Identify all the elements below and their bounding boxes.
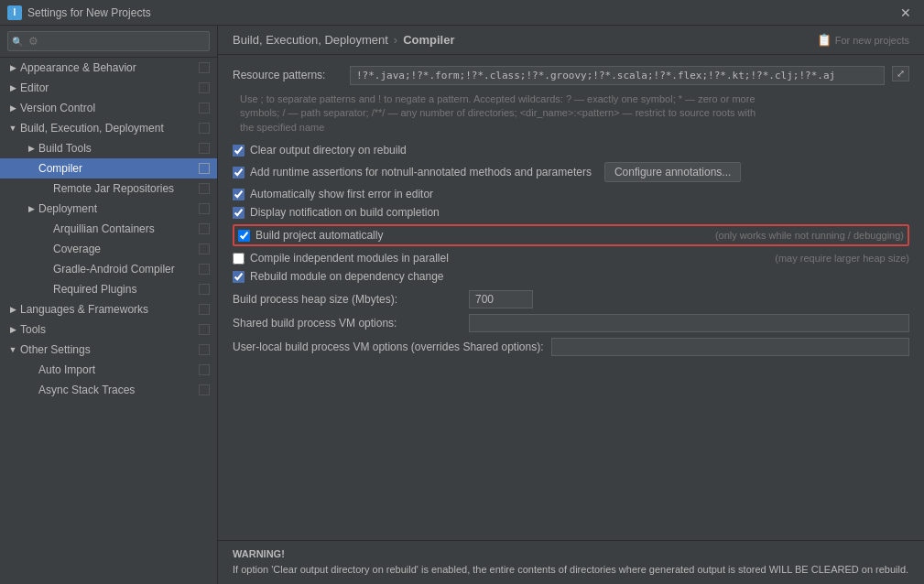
settings-icon <box>199 123 210 134</box>
compile-parallel-row: Compile independent modules in parallel … <box>233 252 909 265</box>
shared-vm-row: Shared build process VM options: <box>233 314 909 332</box>
settings-icon <box>199 203 210 214</box>
settings-icon <box>199 163 210 174</box>
warning-title: WARNING! <box>233 548 909 559</box>
window-title: Settings for New Projects <box>27 6 151 19</box>
user-local-vm-row: User-local build process VM options (ove… <box>233 338 909 356</box>
resource-patterns-input[interactable] <box>350 66 885 85</box>
user-local-vm-label: User-local build process VM options (ove… <box>233 341 544 353</box>
search-box <box>0 26 217 58</box>
sidebar-item-async-stack[interactable]: Async Stack Traces <box>0 380 217 400</box>
expand-icon <box>26 143 37 154</box>
sidebar-item-label: Async Stack Traces <box>38 384 193 396</box>
expand-icon <box>7 304 18 315</box>
settings-icon <box>199 284 210 295</box>
settings-icon <box>199 243 210 254</box>
sidebar-item-label: Appearance & Behavior <box>20 61 193 74</box>
sidebar-item-appearance[interactable]: Appearance & Behavior <box>0 58 217 78</box>
sidebar-item-label: Gradle-Android Compiler <box>53 263 193 276</box>
main-container: Appearance & Behavior Editor Version Con… <box>0 26 924 584</box>
search-input[interactable] <box>7 31 210 51</box>
sidebar-item-tools[interactable]: Tools <box>0 319 217 340</box>
settings-icon <box>199 324 210 335</box>
expand-icon <box>7 82 18 93</box>
settings-icon <box>199 183 210 194</box>
sidebar-item-label: Required Plugins <box>53 283 193 296</box>
clear-output-label[interactable]: Clear output directory on rebuild <box>250 144 407 157</box>
for-new-projects-label: 📋 For new projects <box>817 33 909 47</box>
build-auto-checkbox[interactable] <box>238 230 250 242</box>
sidebar-item-auto-import[interactable]: Auto Import <box>0 360 217 380</box>
content-panel: Build, Execution, Deployment › Compiler … <box>218 26 924 584</box>
sidebar-item-label: Coverage <box>53 243 193 255</box>
expand-icon <box>26 203 37 214</box>
settings-icon <box>199 264 210 275</box>
sidebar-item-required-plugins[interactable]: Required Plugins <box>0 279 217 299</box>
compile-parallel-label[interactable]: Compile independent modules in parallel <box>250 252 449 265</box>
breadcrumb-current: Compiler <box>403 33 454 47</box>
sidebar-item-remote-jar[interactable]: Remote Jar Repositories <box>0 178 217 199</box>
auto-show-error-label[interactable]: Automatically show first error in editor <box>250 188 433 200</box>
settings-icon <box>199 103 210 114</box>
heap-size-label: Build process heap size (Mbytes): <box>233 293 462 306</box>
sidebar-item-coverage[interactable]: Coverage <box>0 239 217 259</box>
search-wrapper <box>7 31 210 51</box>
sidebar-item-editor[interactable]: Editor <box>0 78 217 98</box>
warning-text: If option 'Clear output directory on reb… <box>233 563 909 577</box>
sidebar-item-label: Remote Jar Repositories <box>53 182 193 195</box>
expand-icon <box>7 324 18 335</box>
build-auto-note: (only works while not running / debuggin… <box>715 230 904 241</box>
for-new-projects-text: For new projects <box>835 35 909 46</box>
expand-icon <box>7 103 18 114</box>
sidebar-item-label: Arquillian Containers <box>53 222 193 235</box>
display-notification-row: Display notification on build completion <box>233 206 909 219</box>
settings-icon <box>199 62 210 73</box>
shared-vm-input[interactable] <box>469 314 909 332</box>
user-local-vm-input[interactable] <box>551 338 910 356</box>
content-header: Build, Execution, Deployment › Compiler … <box>218 26 924 55</box>
app-icon: I <box>7 5 22 20</box>
sidebar-item-label: Build, Execution, Deployment <box>20 122 193 135</box>
clear-output-checkbox[interactable] <box>233 145 245 157</box>
close-button[interactable]: ✕ <box>895 4 917 22</box>
settings-icon <box>199 344 210 355</box>
heap-size-row: Build process heap size (Mbytes): <box>233 290 909 308</box>
sidebar-item-build-tools[interactable]: Build Tools <box>0 138 217 158</box>
breadcrumb: Build, Execution, Deployment <box>233 33 388 47</box>
rebuild-module-row: Rebuild module on dependency change <box>233 270 909 283</box>
compile-parallel-checkbox[interactable] <box>233 253 245 265</box>
sidebar-item-other-settings[interactable]: Other Settings <box>0 340 217 360</box>
sidebar-item-label: Auto Import <box>38 363 193 376</box>
sidebar-item-deployment[interactable]: Deployment <box>0 199 217 219</box>
add-runtime-checkbox[interactable] <box>233 167 245 178</box>
rebuild-module-checkbox[interactable] <box>233 271 245 283</box>
hint-text: Use ; to separate patterns and ! to nega… <box>236 92 909 135</box>
auto-show-error-checkbox[interactable] <box>233 189 245 200</box>
sidebar-item-version-control[interactable]: Version Control <box>0 98 217 118</box>
sidebar-item-languages[interactable]: Languages & Frameworks <box>0 299 217 319</box>
expand-icon <box>7 62 18 73</box>
display-notification-checkbox[interactable] <box>233 207 245 219</box>
sidebar-item-compiler[interactable]: Compiler <box>0 158 217 178</box>
sidebar-item-label: Deployment <box>38 202 193 215</box>
sidebar-item-build-execution[interactable]: Build, Execution, Deployment <box>0 118 217 138</box>
rebuild-module-label[interactable]: Rebuild module on dependency change <box>250 270 444 283</box>
heap-size-input[interactable] <box>469 290 533 308</box>
settings-icon <box>199 223 210 234</box>
build-auto-row: Build project automatically (only works … <box>233 224 909 246</box>
compile-parallel-note: (may require larger heap size) <box>775 253 909 264</box>
build-auto-label[interactable]: Build project automatically <box>255 229 383 242</box>
configure-annotations-button[interactable]: Configure annotations... <box>604 162 741 182</box>
resource-patterns-expand-btn[interactable]: ⤢ <box>892 66 909 81</box>
resource-patterns-label: Resource patterns: <box>233 66 342 81</box>
titlebar-left: I Settings for New Projects <box>7 5 151 20</box>
shared-vm-label: Shared build process VM options: <box>233 317 462 330</box>
sidebar-item-label: Build Tools <box>38 142 193 155</box>
sidebar-item-label: Editor <box>20 81 193 94</box>
settings-icon <box>199 364 210 375</box>
display-notification-label[interactable]: Display notification on build completion <box>250 206 440 219</box>
sidebar-item-gradle-android[interactable]: Gradle-Android Compiler <box>0 259 217 279</box>
sidebar-item-arquillian[interactable]: Arquillian Containers <box>0 219 217 239</box>
add-runtime-label[interactable]: Add runtime assertions for notnull-annot… <box>250 166 592 178</box>
clear-output-row: Clear output directory on rebuild <box>233 144 909 157</box>
